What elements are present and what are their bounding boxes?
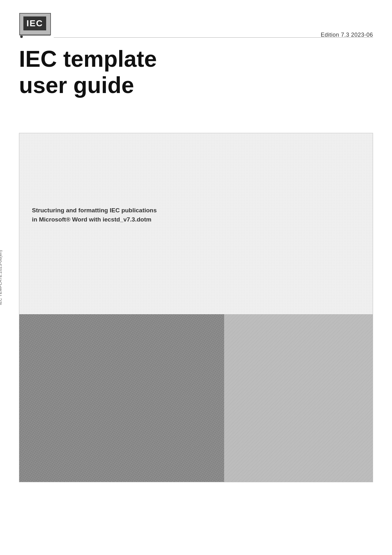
image-area <box>19 314 373 482</box>
subtitle-text: Structuring and formatting IEC publicati… <box>32 206 360 224</box>
subtitle-line2: in Microsoft® Word with iecstd_v7.3.dotm <box>32 216 151 223</box>
main-title-area: IEC template user guide <box>19 46 373 98</box>
header-rule <box>54 37 373 38</box>
content-box: Structuring and formatting IEC publicati… <box>19 133 373 482</box>
page: IEC Edition 7.3 2023-06 IEC template use… <box>0 0 392 555</box>
header: IEC Edition 7.3 2023-06 <box>19 13 373 40</box>
edition-info: Edition 7.3 2023-06 <box>321 13 373 38</box>
title-line2: user guide <box>19 72 134 98</box>
subtitle-line1: Structuring and formatting IEC publicati… <box>32 207 157 214</box>
svg-point-9 <box>20 35 23 38</box>
mosaic-pattern <box>19 314 373 482</box>
subtitle-area: Structuring and formatting IEC publicati… <box>32 206 360 224</box>
svg-rect-13 <box>19 314 373 482</box>
sidebar-label: IEC TEMPLATE:2023-06(en) <box>0 250 3 305</box>
sidebar-container: IEC TEMPLATE:2023-06(en) <box>0 0 9 555</box>
page-title: IEC template user guide <box>19 46 373 98</box>
svg-text:IEC: IEC <box>27 18 43 28</box>
title-line1: IEC template <box>19 46 157 72</box>
edition-text: Edition 7.3 2023-06 <box>321 32 373 38</box>
iec-logo: IEC <box>19 13 54 40</box>
